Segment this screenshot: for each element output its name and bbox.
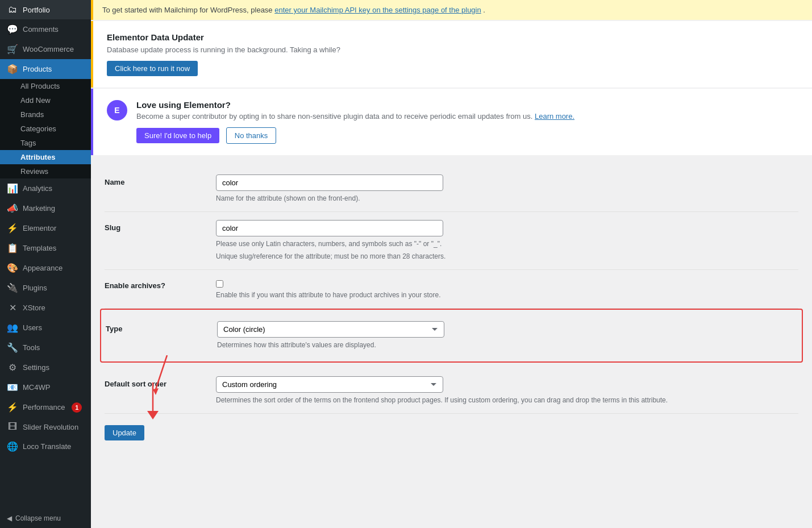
- mailchimp-link[interactable]: enter your Mailchimp API key on the sett…: [274, 6, 481, 14]
- submenu-attributes[interactable]: Attributes: [0, 150, 91, 164]
- elementor-notice: E Love using Elementor? Become a super c…: [91, 89, 812, 155]
- products-icon: 📦: [7, 64, 18, 74]
- sidebar-item-slider-revolution[interactable]: 🎞 Slider Revolution: [0, 417, 91, 436]
- slug-input[interactable]: [216, 220, 443, 236]
- products-submenu: All Products Add New Brands Categories T…: [0, 79, 91, 178]
- portfolio-icon: 🗂: [7, 5, 18, 15]
- elementor-yes-button[interactable]: Sure! I'd love to help: [136, 128, 219, 143]
- sidebar-item-appearance[interactable]: 🎨 Appearance: [0, 258, 91, 278]
- name-row: Name Name for the attribute (shown on th…: [105, 167, 798, 212]
- slug-help1: Please use only Latin characters, number…: [216, 239, 798, 249]
- elementor-no-button[interactable]: No thanks: [226, 127, 277, 144]
- sidebar-item-elementor[interactable]: ⚡ Elementor: [0, 218, 91, 238]
- main-content: To get started with Mailchimp for WordPr…: [91, 0, 812, 528]
- elementor-logo: E: [107, 100, 127, 120]
- sidebar-item-loco-translate[interactable]: 🌐 Loco Translate: [0, 436, 91, 456]
- submenu-all-products[interactable]: All Products: [0, 79, 91, 93]
- appearance-icon: 🎨: [7, 263, 18, 273]
- archives-control: Enable this if you want this attribute t…: [216, 278, 798, 300]
- woocommerce-icon: 🛒: [7, 44, 18, 55]
- collapse-arrow-icon: ◀: [7, 514, 12, 522]
- submenu-reviews[interactable]: Reviews: [0, 164, 91, 178]
- sidebar-item-comments[interactable]: 💬 Comments: [0, 19, 91, 39]
- collapse-menu[interactable]: ◀ Collapse menu: [0, 509, 91, 528]
- sort-label: Default sort order: [105, 376, 207, 388]
- archives-help: Enable this if you want this attribute t…: [216, 290, 798, 300]
- users-icon: 👥: [7, 322, 18, 333]
- settings-icon: ⚙: [7, 362, 18, 373]
- elementor-notice-content: Love using Elementor? Become a super con…: [136, 100, 574, 144]
- update-button[interactable]: Update: [105, 425, 144, 440]
- update-button-wrap: Update: [105, 414, 798, 452]
- tools-icon: 🔧: [7, 342, 18, 353]
- performance-badge: 1: [72, 402, 82, 413]
- submenu-add-new[interactable]: Add New: [0, 93, 91, 107]
- name-help: Name for the attribute (shown on the fro…: [216, 193, 798, 203]
- xstore-icon: ✕: [7, 302, 18, 313]
- mc4wp-icon: 📧: [7, 382, 18, 393]
- elementor-icon: ⚡: [7, 223, 18, 234]
- archives-label: Enable archives?: [105, 278, 207, 290]
- attribute-form: Name Name for the attribute (shown on th…: [91, 155, 812, 528]
- performance-icon: ⚡: [7, 402, 18, 413]
- mailchimp-notice: To get started with Mailchimp for WordPr…: [91, 0, 812, 20]
- sidebar: 🗂 Portfolio 💬 Comments 🛒 WooCommerce 📦 P…: [0, 0, 91, 528]
- name-label: Name: [105, 174, 207, 186]
- elementor-notice-title: Love using Elementor?: [136, 100, 574, 110]
- loco-icon: 🌐: [7, 441, 18, 452]
- elementor-notice-buttons: Sure! I'd love to help No thanks: [136, 127, 574, 144]
- elementor-notice-description: Become a super contributor by opting in …: [136, 112, 574, 120]
- updater-description: Database update process is running in th…: [107, 45, 798, 54]
- submenu-categories[interactable]: Categories: [0, 122, 91, 136]
- type-control: Color (circle) Select Text Image Button …: [217, 321, 797, 350]
- name-input[interactable]: [216, 174, 443, 191]
- archives-checkbox-wrap: [216, 278, 798, 288]
- sidebar-item-users[interactable]: 👥 Users: [0, 318, 91, 338]
- plugins-icon: 🔌: [7, 282, 18, 293]
- sidebar-item-analytics[interactable]: 📊 Analytics: [0, 178, 91, 198]
- updater-notice: Elementor Data Updater Database update p…: [91, 21, 812, 88]
- type-select[interactable]: Color (circle) Select Text Image Button …: [217, 321, 444, 338]
- marketing-icon: 📣: [7, 203, 18, 214]
- type-label: Type: [106, 321, 208, 333]
- sidebar-item-xstore[interactable]: ✕ XStore: [0, 298, 91, 318]
- sort-row: Default sort order Custom ordering Name …: [105, 368, 798, 414]
- slug-row: Slug Please use only Latin characters, n…: [105, 212, 798, 270]
- submenu-brands[interactable]: Brands: [0, 107, 91, 122]
- sidebar-item-mc4wp[interactable]: 📧 MC4WP: [0, 377, 91, 397]
- slider-icon: 🎞: [7, 422, 18, 432]
- type-row: Type Color (circle) Select Text Image Bu…: [106, 318, 797, 354]
- sidebar-item-portfolio[interactable]: 🗂 Portfolio: [0, 0, 91, 19]
- updater-button[interactable]: Click here to run it now: [107, 61, 198, 76]
- slug-control: Please use only Latin characters, number…: [216, 220, 798, 261]
- sort-help: Determines the sort order of the terms o…: [216, 395, 798, 405]
- sort-select[interactable]: Custom ordering Name Name (numeric) Term…: [216, 376, 443, 393]
- slug-label: Slug: [105, 220, 207, 232]
- updater-title: Elementor Data Updater: [107, 32, 798, 42]
- sidebar-item-templates[interactable]: 📋 Templates: [0, 238, 91, 258]
- sidebar-item-settings[interactable]: ⚙ Settings: [0, 357, 91, 377]
- name-control: Name for the attribute (shown on the fro…: [216, 174, 798, 203]
- archives-checkbox[interactable]: [216, 280, 223, 288]
- templates-icon: 📋: [7, 243, 18, 253]
- type-help: Determines how this attribute's values a…: [217, 340, 797, 350]
- sort-control: Custom ordering Name Name (numeric) Term…: [216, 376, 798, 405]
- comments-icon: 💬: [7, 24, 18, 35]
- sidebar-item-performance[interactable]: ⚡ Performance 1: [0, 397, 91, 417]
- archives-row: Enable archives? Enable this if you want…: [105, 270, 798, 309]
- analytics-icon: 📊: [7, 183, 18, 194]
- sidebar-item-tools[interactable]: 🔧 Tools: [0, 338, 91, 357]
- sidebar-item-woocommerce[interactable]: 🛒 WooCommerce: [0, 39, 91, 59]
- slug-help2: Unique slug/reference for the attribute;…: [216, 251, 798, 261]
- sidebar-item-plugins[interactable]: 🔌 Plugins: [0, 278, 91, 298]
- type-highlighted-box: Type Color (circle) Select Text Image Bu…: [100, 309, 803, 363]
- sidebar-item-products[interactable]: 📦 Products: [0, 59, 91, 79]
- elementor-learn-more[interactable]: Learn more.: [535, 112, 574, 120]
- sidebar-item-marketing[interactable]: 📣 Marketing: [0, 198, 91, 218]
- submenu-tags[interactable]: Tags: [0, 136, 91, 150]
